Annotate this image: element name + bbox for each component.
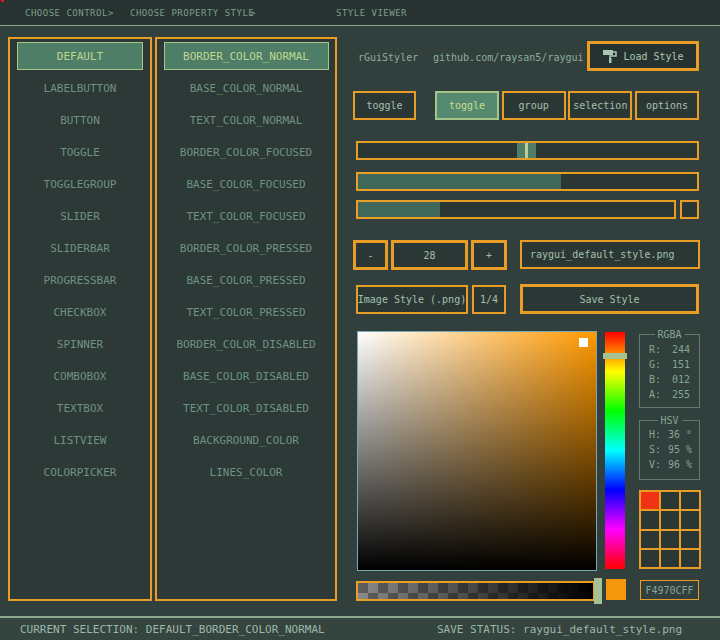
hsv-group-box: HSV H: 36 ° S: 95 % V: 96 % xyxy=(639,420,700,480)
scale-ratio-box[interactable]: 1/4 xyxy=(472,285,506,314)
control-list-item[interactable]: TOGGLEGROUP xyxy=(17,170,143,198)
property-list-item[interactable]: TEXT_COLOR_PRESSED xyxy=(164,298,329,326)
progress-bar-fill xyxy=(358,202,440,217)
control-list-item[interactable]: PROGRESSBAR xyxy=(17,266,143,294)
color-swatch[interactable] xyxy=(681,511,699,528)
current-color-swatch xyxy=(606,579,626,600)
hsv-rows: H: 36 ° S: 95 % V: 96 % xyxy=(640,421,699,474)
control-list-item[interactable]: LABELBUTTON xyxy=(17,74,143,102)
control-list-item[interactable]: COLORPICKER xyxy=(17,458,143,486)
control-list-item[interactable]: LISTVIEW xyxy=(17,426,143,454)
color-swatch[interactable] xyxy=(681,492,699,509)
hue-slider[interactable] xyxy=(605,332,625,569)
hsv-row: H: 36 ° xyxy=(649,429,692,444)
property-list-item[interactable]: BORDER_COLOR_FOCUSED xyxy=(164,138,329,166)
paint-roller-icon xyxy=(602,48,618,64)
toggle-group-item[interactable]: options xyxy=(635,91,699,120)
control-list-item[interactable]: BUTTON xyxy=(17,106,143,134)
control-list-item[interactable]: CHECKBOX xyxy=(17,298,143,326)
spinner-decrement-button[interactable]: - xyxy=(353,240,388,270)
color-swatch[interactable] xyxy=(661,511,679,528)
properties-list: BORDER_COLOR_NORMALBASE_COLOR_NORMALTEXT… xyxy=(157,39,335,486)
slider-handle[interactable] xyxy=(517,143,536,158)
save-style-button[interactable]: Save Style xyxy=(520,284,699,314)
properties-list-panel: BORDER_COLOR_NORMALBASE_COLOR_NORMALTEXT… xyxy=(155,37,337,601)
property-list-item[interactable]: BORDER_COLOR_DISABLED xyxy=(164,330,329,358)
slider[interactable] xyxy=(356,141,699,160)
toggle-button[interactable]: toggle xyxy=(353,91,416,120)
color-swatch[interactable] xyxy=(661,531,679,548)
slider-bar[interactable] xyxy=(356,172,699,191)
hsv-group-label: HSV xyxy=(657,415,681,426)
repo-link[interactable]: github.com/raysan5/raygui xyxy=(433,52,584,63)
rgba-row: B: 012 xyxy=(649,374,690,389)
property-list-item[interactable]: BORDER_COLOR_PRESSED xyxy=(164,234,329,262)
rgba-row: R: 244 xyxy=(649,344,690,359)
rgba-group-label: RGBA xyxy=(654,329,684,340)
progress-bar xyxy=(356,200,676,219)
rgba-row: G: 151 xyxy=(649,359,690,374)
color-swatch[interactable] xyxy=(681,531,699,548)
hue-slider-handle[interactable] xyxy=(603,353,627,359)
tab-choose-property-style[interactable]: CHOOSE PROPERTY STYLE xyxy=(130,8,254,18)
color-swatch[interactable] xyxy=(641,511,659,528)
color-swatch[interactable] xyxy=(641,550,659,567)
color-swatch[interactable] xyxy=(681,550,699,567)
property-list-item[interactable]: BASE_COLOR_FOCUSED xyxy=(164,170,329,198)
status-bar: CURRENT SELECTION: DEFAULT_BORDER_COLOR_… xyxy=(0,618,720,640)
control-list-item[interactable]: SLIDER xyxy=(17,202,143,230)
load-style-button[interactable]: Load Style xyxy=(587,41,699,71)
property-list-item[interactable]: BASE_COLOR_NORMAL xyxy=(164,74,329,102)
controls-list-panel: DEFAULTLABELBUTTONBUTTONTOGGLETOGGLEGROU… xyxy=(8,37,152,601)
current-selection-status: CURRENT SELECTION: DEFAULT_BORDER_COLOR_… xyxy=(20,623,325,636)
property-list-item[interactable]: TEXT_COLOR_FOCUSED xyxy=(164,202,329,230)
rgba-row-value: 012 xyxy=(672,374,690,389)
rgba-rows: R: 244 G: 151 B: 012 A: 255 xyxy=(640,335,699,404)
alpha-slider-handle[interactable] xyxy=(594,578,602,604)
control-list-item[interactable]: TOGGLE xyxy=(17,138,143,166)
rgba-row-value: 255 xyxy=(672,389,690,404)
slider-handle-line xyxy=(525,143,528,158)
property-list-item[interactable]: BASE_COLOR_PRESSED xyxy=(164,266,329,294)
spinner-value-box[interactable]: 28 xyxy=(391,240,468,270)
breadcrumb-separator: > xyxy=(250,8,256,18)
breadcrumb-separator: > xyxy=(108,8,114,18)
color-swatch[interactable] xyxy=(641,492,659,509)
app-name-label: rGuiStyler xyxy=(358,52,418,63)
property-list-item[interactable]: BASE_COLOR_DISABLED xyxy=(164,362,329,390)
property-list-item[interactable]: TEXT_COLOR_DISABLED xyxy=(164,394,329,422)
property-list-item[interactable]: LINES_COLOR xyxy=(164,458,329,486)
rgba-row-value: 151 xyxy=(672,359,690,374)
toggle-group-item[interactable]: group xyxy=(502,91,566,120)
hex-color-input[interactable]: F4970CFF xyxy=(640,580,699,600)
rgba-row-value: 244 xyxy=(672,344,690,359)
color-selector-square[interactable] xyxy=(579,338,588,347)
control-list-item[interactable]: COMBOBOX xyxy=(17,362,143,390)
color-swatch[interactable] xyxy=(661,492,679,509)
filename-input[interactable]: raygui_default_style.png xyxy=(520,240,700,269)
image-style-button[interactable]: Image Style (.png) xyxy=(356,285,468,314)
cursor-pixel xyxy=(1,0,4,2)
color-saturation-value-panel[interactable] xyxy=(357,331,597,571)
property-list-item[interactable]: TEXT_COLOR_NORMAL xyxy=(164,106,329,134)
checkbox[interactable] xyxy=(680,200,699,219)
color-swatch[interactable] xyxy=(641,531,659,548)
control-list-item[interactable]: TEXTBOX xyxy=(17,394,143,422)
tab-style-viewer[interactable]: STYLE VIEWER xyxy=(336,8,407,18)
toggle-group-item[interactable]: toggle xyxy=(435,91,499,120)
color-swatch[interactable] xyxy=(661,550,679,567)
property-list-item[interactable]: BACKGROUND_COLOR xyxy=(164,426,329,454)
control-list-item[interactable]: SLIDERBAR xyxy=(17,234,143,262)
toggle-group-item[interactable]: selection xyxy=(568,91,632,120)
control-list-item[interactable]: SPINNER xyxy=(17,330,143,358)
controls-list: DEFAULTLABELBUTTONBUTTONTOGGLETOGGLEGROU… xyxy=(10,39,150,486)
alpha-slider[interactable] xyxy=(356,581,595,601)
color-swatch-grid xyxy=(639,490,701,569)
property-list-item[interactable]: BORDER_COLOR_NORMAL xyxy=(164,42,329,70)
slider-bar-fill xyxy=(358,174,561,189)
control-list-item[interactable]: DEFAULT xyxy=(17,42,143,70)
tab-choose-control[interactable]: CHOOSE CONTROL xyxy=(25,8,108,18)
top-tab-bar: CHOOSE CONTROL > CHOOSE PROPERTY STYLE >… xyxy=(0,0,720,25)
rgba-row-label: B: xyxy=(649,374,661,389)
spinner-increment-button[interactable]: + xyxy=(471,240,507,270)
